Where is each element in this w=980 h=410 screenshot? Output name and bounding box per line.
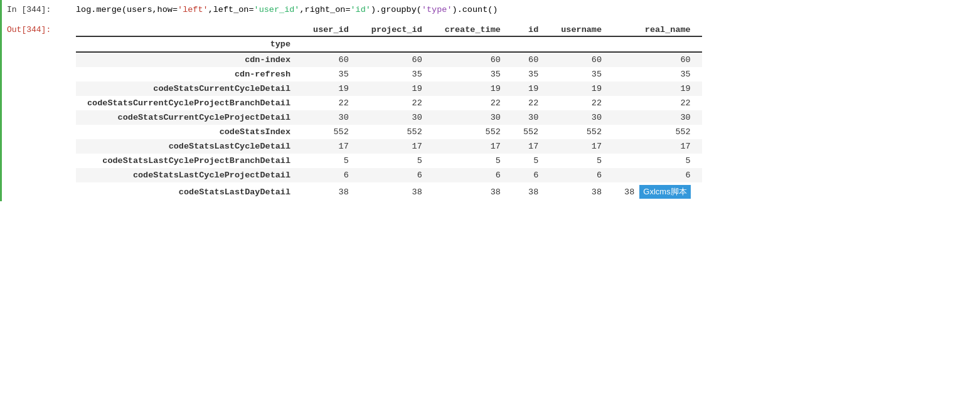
table-row: codeStatsLastDayDetail383838383838 Gxlcm… xyxy=(76,182,702,201)
cell-output: Out[344]: user_id project_id create_time… xyxy=(2,20,980,201)
row-index-cell: codeStatsLastCycleDetail xyxy=(76,139,302,154)
code-part5: ).count() xyxy=(452,5,498,14)
data-cell-id: 30 xyxy=(512,110,550,125)
data-cell-real_name: 17 xyxy=(613,139,702,154)
data-cell-username: 22 xyxy=(550,96,613,110)
data-cell-project_id: 30 xyxy=(360,110,434,125)
data-cell-id: 17 xyxy=(512,139,550,154)
data-cell-project_id: 17 xyxy=(360,139,434,154)
data-cell-user_id: 60 xyxy=(302,52,360,67)
data-cell-create_time: 60 xyxy=(434,52,512,67)
data-cell-id: 552 xyxy=(512,125,550,139)
notebook-cell: In [344]: log.merge(users,how='left',lef… xyxy=(0,0,980,201)
col-project-id: project_id xyxy=(360,23,434,36)
table-row: codeStatsIndex552552552552552552 xyxy=(76,125,702,139)
col-real-name: real_name xyxy=(613,23,702,36)
data-cell-user_id: 38 xyxy=(302,182,360,201)
row-index-cell: codeStatsLastCycleProjectBranchDetail xyxy=(76,154,302,168)
row-index-cell: codeStatsCurrentCycleDetail xyxy=(76,81,302,96)
table-row: codeStatsLastCycleProjectDetail666666 xyxy=(76,168,702,182)
data-cell-create_time: 35 xyxy=(434,67,512,81)
data-cell-create_time: 19 xyxy=(434,81,512,96)
data-cell-id: 38 xyxy=(512,182,550,201)
table-row: codeStatsLastCycleProjectBranchDetail555… xyxy=(76,154,702,168)
data-cell-create_time: 22 xyxy=(434,96,512,110)
cell-code: log.merge(users,how='left',left_on='user… xyxy=(76,4,498,16)
cell-input: In [344]: log.merge(users,how='left',lef… xyxy=(2,0,980,20)
row-index-cell: codeStatsLastCycleProjectDetail xyxy=(76,168,302,182)
data-cell-project_id: 6 xyxy=(360,168,434,182)
output-content: user_id project_id create_time id userna… xyxy=(76,23,975,201)
code-part4: ).groupby( xyxy=(371,5,422,14)
data-cell-username: 5 xyxy=(550,154,613,168)
data-cell-user_id: 22 xyxy=(302,96,360,110)
table-row: cdn-index606060606060 xyxy=(76,52,702,67)
input-label: In [344]: xyxy=(7,4,76,14)
data-cell-username: 17 xyxy=(550,139,613,154)
dataframe-container: user_id project_id create_time id userna… xyxy=(76,23,975,201)
table-row: codeStatsCurrentCycleDetail191919191919 xyxy=(76,81,702,96)
column-headers-row: user_id project_id create_time id userna… xyxy=(76,23,702,36)
data-cell-username: 30 xyxy=(550,110,613,125)
dataframe-table: user_id project_id create_time id userna… xyxy=(76,23,702,201)
col-username: username xyxy=(550,23,613,36)
code-str2: 'user_id' xyxy=(254,5,300,14)
data-cell-project_id: 22 xyxy=(360,96,434,110)
table-row: cdn-refresh353535353535 xyxy=(76,67,702,81)
code-part1: log.merge(users,how= xyxy=(76,5,178,14)
row-index-cell: codeStatsIndex xyxy=(76,125,302,139)
col-user-id: user_id xyxy=(302,23,360,36)
code-str1: 'left' xyxy=(178,5,208,14)
gxlcms-badge: Gxlcms脚本 xyxy=(639,185,690,199)
data-cell-project_id: 60 xyxy=(360,52,434,67)
row-index-cell: codeStatsLastDayDetail xyxy=(76,182,302,201)
data-cell-user_id: 6 xyxy=(302,168,360,182)
code-part3: ,right_on= xyxy=(299,5,350,14)
data-cell-real_name: 19 xyxy=(613,81,702,96)
table-row: codeStatsCurrentCycleProjectDetail303030… xyxy=(76,110,702,125)
table-body: cdn-index606060606060cdn-refresh35353535… xyxy=(76,52,702,201)
data-cell-real_name: 38 Gxlcms脚本 xyxy=(613,182,702,201)
data-cell-id: 19 xyxy=(512,81,550,96)
data-cell-username: 60 xyxy=(550,52,613,67)
data-cell-create_time: 552 xyxy=(434,125,512,139)
row-index-cell: codeStatsCurrentCycleProjectBranchDetail xyxy=(76,96,302,110)
data-cell-create_time: 38 xyxy=(434,182,512,201)
data-cell-id: 22 xyxy=(512,96,550,110)
data-cell-project_id: 5 xyxy=(360,154,434,168)
code-str4: 'type' xyxy=(422,5,452,14)
data-cell-user_id: 30 xyxy=(302,110,360,125)
col-id: id xyxy=(512,23,550,36)
data-cell-username: 35 xyxy=(550,67,613,81)
col-create-time: create_time xyxy=(434,23,512,36)
data-cell-create_time: 17 xyxy=(434,139,512,154)
data-cell-user_id: 35 xyxy=(302,67,360,81)
data-cell-username: 6 xyxy=(550,168,613,182)
output-label: Out[344]: xyxy=(7,23,76,34)
data-cell-real_name: 60 xyxy=(613,52,702,67)
data-cell-real_name: 22 xyxy=(613,96,702,110)
code-str3: 'id' xyxy=(351,5,371,14)
row-index-cell: codeStatsCurrentCycleProjectDetail xyxy=(76,110,302,125)
code-part2: ,left_on= xyxy=(208,5,254,14)
data-cell-real_name: 6 xyxy=(613,168,702,182)
index-name-cell: type xyxy=(76,36,302,52)
data-cell-username: 19 xyxy=(550,81,613,96)
empty-header-span xyxy=(302,36,702,52)
data-cell-user_id: 552 xyxy=(302,125,360,139)
data-cell-user_id: 17 xyxy=(302,139,360,154)
data-cell-user_id: 5 xyxy=(302,154,360,168)
index-name-row: type xyxy=(76,36,702,52)
data-cell-real_name: 5 xyxy=(613,154,702,168)
data-cell-project_id: 552 xyxy=(360,125,434,139)
data-cell-create_time: 6 xyxy=(434,168,512,182)
row-index-cell: cdn-index xyxy=(76,52,302,67)
data-cell-user_id: 19 xyxy=(302,81,360,96)
data-cell-id: 35 xyxy=(512,67,550,81)
data-cell-real_name: 30 xyxy=(613,110,702,125)
table-row: codeStatsCurrentCycleProjectBranchDetail… xyxy=(76,96,702,110)
index-header xyxy=(76,23,302,36)
data-cell-username: 38 xyxy=(550,182,613,201)
data-cell-create_time: 5 xyxy=(434,154,512,168)
data-cell-project_id: 35 xyxy=(360,67,434,81)
